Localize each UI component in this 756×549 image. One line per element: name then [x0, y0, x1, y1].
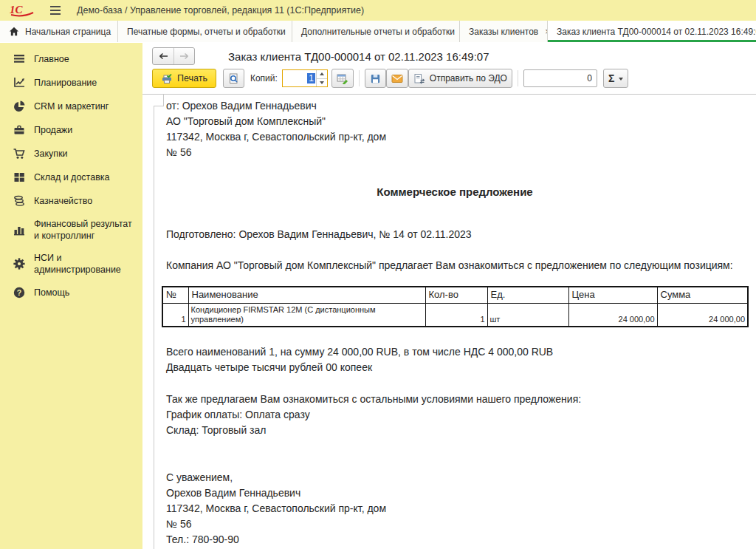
chevron-down-icon — [619, 78, 623, 83]
edo-document-icon — [413, 73, 425, 84]
signature-line: № 56 — [162, 516, 748, 532]
sidebar-item-main[interactable]: Главное — [0, 47, 142, 71]
prepared-line: Подготовлено: Орехов Вадим Геннадьевич, … — [162, 227, 748, 242]
spin-up-icon[interactable] — [317, 70, 327, 78]
sidebar-item-financial-result[interactable]: Финансовый результат и контроллинг — [0, 213, 142, 247]
tab-label: Заказ клиента ТД00-000014 от 02.11.2023 … — [557, 27, 756, 37]
sidebar-item-planning[interactable]: Планирование — [0, 71, 142, 95]
forward-button[interactable] — [173, 48, 194, 64]
counter-input[interactable] — [523, 69, 597, 87]
col-header-unit: Ед. — [487, 287, 568, 304]
send-edo-label: Отправить по ЭДО — [430, 73, 507, 83]
sidebar-item-label: Продажи — [34, 124, 72, 136]
cart-icon — [13, 147, 26, 160]
signature-line: С уважением, — [162, 470, 748, 485]
intro-paragraph: Компания АО "Торговый дом Комплексный" п… — [162, 258, 748, 273]
tab-label: Печатные формы, отчеты и обработки — [127, 27, 286, 37]
sum-button[interactable]: Σ — [603, 69, 628, 88]
preview-button[interactable] — [223, 69, 244, 88]
total-line: Всего наименований 1, на сумму 24 000,00… — [162, 344, 748, 360]
cell-name: Кондиционер FIRMSTAR 12М (С дистанционны… — [188, 304, 425, 327]
sidebar-item-label: Склад и доставка — [34, 171, 109, 183]
sidebar-item-purchases[interactable]: Закупки — [0, 142, 142, 166]
sidebar-item-label: НСИ и администрирование — [34, 252, 137, 276]
home-icon — [9, 27, 19, 36]
print-button[interactable]: Печать — [152, 69, 216, 88]
spreadsheet-document[interactable]: от: Орехов Вадим Геннадьевич АО "Торговы… — [142, 94, 756, 549]
sidebar-item-label: Казначейство — [34, 195, 92, 207]
sidebar-item-label: Закупки — [34, 148, 68, 160]
main-menu-icon[interactable] — [47, 3, 63, 18]
tab-print-forms[interactable]: Печатные формы, отчеты и обработки × — [118, 21, 292, 42]
bar-chart-icon — [13, 223, 26, 236]
menu-lines-icon — [13, 52, 26, 66]
grid-icon — [13, 171, 26, 184]
sender-line: № 56 — [162, 145, 748, 160]
sidebar-item-crm-marketing[interactable]: CRM и маркетинг — [0, 95, 142, 118]
svg-text:1С: 1С — [10, 4, 24, 16]
edit-table-button[interactable] — [331, 69, 354, 88]
toolbar: Печать Копий: 1 — [152, 68, 628, 89]
preview-magnifier-icon — [228, 73, 239, 84]
table-row: 1 Кондиционер FIRMSTAR 12М (С дистанцион… — [162, 304, 748, 327]
title-bar: 1С Демо-база / Управление торговлей, ред… — [0, 0, 756, 21]
window-title: Демо-база / Управление торговлей, редакц… — [77, 5, 364, 16]
copies-label: Копий: — [250, 73, 278, 83]
spin-down-icon[interactable] — [317, 78, 327, 87]
save-diskette-icon — [370, 73, 381, 84]
send-edo-button[interactable]: Отправить по ЭДО — [408, 69, 512, 88]
tab-home-page[interactable]: Начальная страница — [0, 21, 118, 42]
warehouse-line: Склад: Торговый зал — [162, 423, 748, 438]
col-header-name: Наименование — [188, 287, 425, 304]
tab-order-document[interactable]: Заказ клиента ТД00-000014 от 02.11.2023 … — [548, 21, 756, 42]
email-button[interactable] — [386, 69, 408, 88]
sidebar-item-help[interactable]: ? Помощь — [0, 281, 142, 304]
signature-line: Орехов Вадим Геннадьевич — [162, 485, 748, 501]
copies-input[interactable]: 1 — [282, 69, 328, 87]
back-button[interactable] — [153, 48, 173, 64]
sidebar-item-label: CRM и маркетинг — [34, 100, 109, 112]
tab-bar: Начальная страница Печатные формы, отчет… — [0, 21, 756, 42]
sidebar-item-label: Главное — [34, 53, 69, 65]
planning-chart-icon — [13, 76, 26, 89]
sidebar-item-treasury[interactable]: Казначейство — [0, 189, 142, 213]
col-header-num: № — [162, 287, 188, 304]
tab-additional-reports[interactable]: Дополнительные отчеты и обработки × — [292, 21, 460, 42]
conditions-intro: Так же предлагаем Вам ознакомиться с ост… — [162, 392, 748, 407]
sender-line: 117342, Москва г, Севастопольский пр-кт,… — [162, 129, 748, 145]
copies-value: 1 — [307, 73, 315, 83]
col-header-sum: Сумма — [657, 287, 748, 304]
sigma-icon: Σ — [608, 72, 614, 84]
tab-label: Начальная страница — [25, 27, 111, 37]
sidebar-item-warehouse-delivery[interactable]: Склад и доставка — [0, 166, 142, 189]
cell-sum: 24 000,00 — [657, 304, 748, 327]
print-button-label: Печать — [177, 73, 207, 83]
document-pane: Заказ клиента ТД00-000014 от 02.11.2023 … — [142, 43, 756, 549]
sidebar-item-label: Финансовый результат и контроллинг — [34, 218, 137, 242]
document-title: Коммерческое предложение — [162, 184, 748, 200]
cell-unit: шт — [487, 304, 568, 327]
copies-spinner — [316, 70, 327, 86]
col-header-qty: Кол-во — [425, 287, 487, 304]
onec-logo-icon[interactable]: 1С — [9, 3, 35, 18]
sender-line: от: Орехов Вадим Геннадьевич — [162, 98, 748, 114]
payment-schedule-line: График оплаты: Оплата сразу — [162, 407, 748, 423]
cell-qty: 1 — [425, 304, 487, 327]
save-button[interactable] — [365, 69, 386, 88]
col-header-price: Цена — [568, 287, 657, 304]
sidebar-item-sales[interactable]: Продажи — [0, 118, 142, 142]
tab-customer-orders[interactable]: Заказы клиентов × — [460, 21, 548, 42]
tab-label: Заказы клиентов — [469, 27, 538, 37]
cell-num: 1 — [162, 304, 188, 327]
pie-chart-icon — [13, 100, 26, 113]
briefcase-icon — [13, 123, 26, 137]
sender-line: АО "Торговый дом Комплексный" — [162, 114, 748, 129]
cell-price: 24 000,00 — [568, 304, 657, 327]
section-sidebar: Главное Планирование CRM и маркетинг Про… — [0, 43, 142, 549]
amount-in-words: Двадцать четыре тысячи рублей 00 копеек — [162, 360, 748, 375]
sidebar-item-label: Помощь — [34, 287, 69, 299]
table-header-row: № Наименование Кол-во Ед. Цена Сумма — [162, 287, 748, 304]
sidebar-item-nsi-administration[interactable]: НСИ и администрирование — [0, 247, 142, 281]
table-edit-icon — [337, 73, 348, 84]
sidebar-item-label: Планирование — [34, 77, 97, 89]
